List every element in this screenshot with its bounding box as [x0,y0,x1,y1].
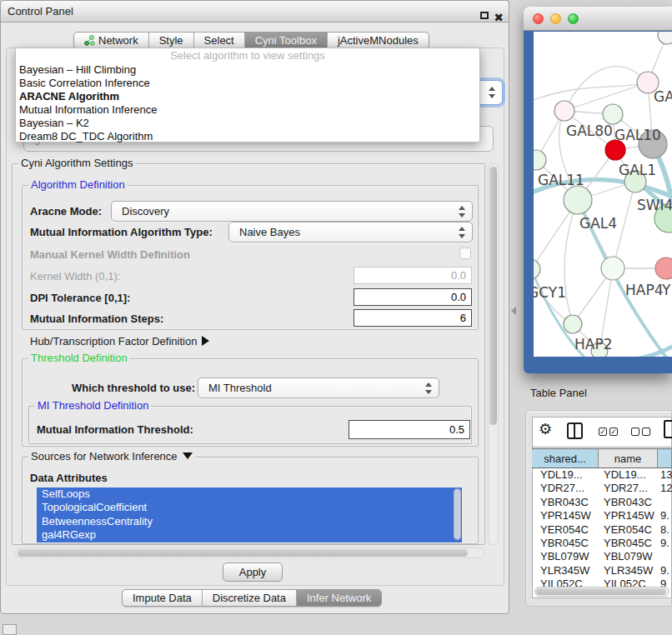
list-item[interactable]: TopologicalCoefficient [37,501,462,514]
stepper-arrows-icon [425,382,432,394]
column-header-name[interactable]: name [599,448,658,468]
node-hap2[interactable] [564,315,582,333]
mi-threshold-title: MI Threshold Definition [35,400,151,412]
dropdown-item[interactable]: Mutual Information Inference [16,103,479,117]
node-label: SWI4 [637,197,672,213]
table-row[interactable]: YBR045CYBR045C9. [532,537,672,550]
mi-type-combobox[interactable]: Naive Bayes [228,222,473,242]
mi-threshold-field[interactable] [349,420,470,439]
table-row[interactable]: YLR345WYLR345W9. [532,564,672,578]
which-threshold-combobox[interactable]: MI Threshold [198,378,439,398]
cyni-bottom-tabs: Impute Data Discretize Data Infer Networ… [122,589,382,607]
data-attributes-label: Data Attributes [30,472,108,484]
tab-select[interactable]: Select [193,32,244,48]
node-gal11[interactable] [534,150,546,170]
table-row[interactable]: YDR27...YDR27...12 [532,482,672,495]
minimize-traffic-light-icon[interactable] [550,13,561,24]
stepper-arrows-icon [459,227,465,238]
node-label: GAL1 [619,162,656,178]
splitter-collapse-icon[interactable] [511,307,516,315]
settings-horizontal-scrollbar[interactable] [15,548,485,558]
list-scrollbar[interactable] [454,488,461,540]
dropdown-item[interactable]: Basic Correlation Inference [16,77,479,90]
node[interactable] [658,32,672,44]
table-horizontal-scrollbar[interactable] [534,587,669,597]
node-label: HAP4 [625,282,663,298]
deselect-all-checkbox-icon[interactable] [642,428,650,436]
network-canvas[interactable]: GAL GAL80 GAL10 GAL1 GAL11 SWI4 GAL4 GCY… [534,32,672,357]
stepper-arrows-icon [489,87,495,98]
tab-jactivemnodules[interactable]: jActiveMNodules [327,32,429,48]
float-window-icon[interactable] [480,12,489,19]
table-row[interactable]: YIL052CYIL052C9 [532,578,672,587]
node-gal80[interactable] [554,101,574,121]
kernel-width-label: Kernel Width (0,1): [30,270,120,282]
node-salmon[interactable] [655,258,672,279]
mi-steps-field[interactable] [354,309,472,327]
node-gal4[interactable] [564,186,592,214]
settings-vertical-scrollbar[interactable] [488,163,499,545]
tab-style[interactable]: Style [148,32,193,48]
table-row[interactable]: YPR145WYPR145W9. [532,509,672,522]
node-label: GAL [654,88,672,105]
tab-cyni-toolbox[interactable]: Cyni Toolbox [244,32,327,48]
scrollbar-thumb[interactable] [18,549,468,557]
dropdown-item[interactable]: Bayesian – K2 [16,117,479,130]
table-row[interactable]: YER054CYER054C8. [532,523,672,537]
chevron-down-icon [183,452,193,459]
network-view-window: GAL GAL80 GAL10 GAL1 GAL11 SWI4 GAL4 GCY… [524,7,672,373]
table-row[interactable]: YDL19...YDL19...13 [532,468,672,482]
stepper-arrows-icon [459,206,465,218]
node-label: GCY1 [534,284,566,301]
close-traffic-light-icon[interactable] [533,13,544,24]
list-item[interactable]: gal4RGexp [37,528,462,542]
tab-discretize-data[interactable]: Discretize Data [202,590,296,606]
select-all-checkbox-icon[interactable]: ✓ [599,428,607,436]
dropdown-item-selected[interactable]: ARACNE Algorithm [16,90,479,103]
node-label: HAP2 [574,336,612,352]
sources-title[interactable]: Sources for Network Inference [28,451,195,462]
toolbar-divider [532,447,672,448]
mi-type-label: Mutual Information Algorithm Type: [30,226,213,238]
node-hap4[interactable] [601,257,624,280]
scrollbar-thumb[interactable] [536,588,666,595]
algorithm-definition-title: Algorithm Definition [28,179,128,191]
gear-icon[interactable]: ⚙ [539,420,552,438]
node-label: Y [661,282,671,298]
close-icon[interactable]: ✖ [494,8,504,28]
table-panel-title: Table Panel [530,387,587,399]
table-row[interactable]: YBR043CYBR043C [532,496,672,509]
list-item[interactable]: SelfLoops [37,488,462,501]
control-panel-titlebar: Control Panel ✖ [0,0,509,22]
data-attributes-list[interactable]: SelfLoops TopologicalCoefficient Between… [37,488,462,542]
column-header-shared-name[interactable]: shared... [532,448,599,468]
cyni-settings-title: Cyni Algorithm Settings [18,158,135,169]
manual-kernel-checkbox[interactable] [459,248,471,259]
dropdown-item[interactable]: Bayesian – Hill Climbing [16,63,479,77]
dpi-tolerance-field[interactable] [354,288,472,306]
document-icon[interactable] [664,420,672,438]
tab-network[interactable]: Network [74,32,148,48]
list-item[interactable]: BetweennessCentrality [37,515,462,528]
tab-impute-data[interactable]: Impute Data [123,590,202,606]
node-gcy1[interactable] [534,259,540,279]
column-header-partial[interactable] [658,448,672,468]
dropdown-item[interactable]: Dream8 DC_TDC Algorithm [16,130,479,143]
dpi-tolerance-label: DPI Tolerance [0,1]: [30,292,130,304]
hub-definition-toggle[interactable]: Hub/Transcription Factor Definition [30,335,209,348]
zoom-traffic-light-icon[interactable] [568,13,579,24]
aracne-mode-combobox[interactable]: Discovery [111,201,473,222]
select-all-checkbox-icon[interactable]: ✓ [609,428,618,436]
deselect-all-checkbox-icon[interactable] [631,428,639,436]
apply-button[interactable]: Apply [223,562,283,582]
node-label: GAL4 [579,215,617,232]
split-panel-icon[interactable] [567,422,583,439]
node-gal10[interactable] [603,104,623,124]
scrollbar-thumb[interactable] [489,167,497,425]
table-row[interactable]: YBL079WYBL079W [532,550,672,563]
dock-icon[interactable] [3,624,17,635]
kernel-width-field[interactable] [354,267,472,284]
node-label: GAL80 [566,122,613,139]
tab-infer-network[interactable]: Infer Network [296,590,381,606]
node-label: GAL10 [614,127,661,143]
